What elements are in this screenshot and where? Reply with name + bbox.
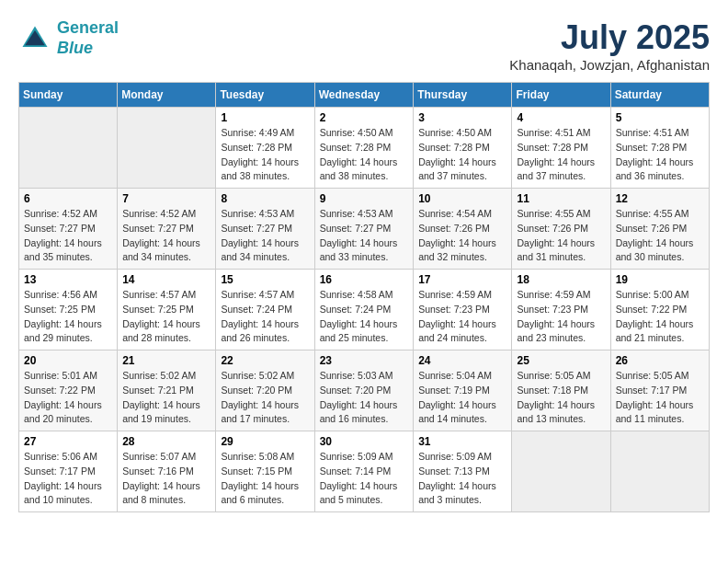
day-info: Sunrise: 4:49 AMSunset: 7:28 PMDaylight:… [221, 126, 309, 184]
calendar-header-row: Sunday Monday Tuesday Wednesday Thursday… [19, 83, 710, 108]
logo-line1: General [57, 18, 119, 37]
day-info: Sunrise: 4:58 AMSunset: 7:24 PMDaylight:… [320, 288, 409, 346]
col-monday: Monday [118, 83, 216, 108]
col-wednesday: Wednesday [314, 83, 414, 108]
table-row: 21Sunrise: 5:02 AMSunset: 7:21 PMDayligh… [118, 350, 216, 431]
day-number: 14 [122, 273, 210, 286]
table-row: 1Sunrise: 4:49 AMSunset: 7:28 PMDaylight… [216, 108, 314, 189]
day-number: 6 [24, 192, 112, 205]
table-row: 15Sunrise: 4:57 AMSunset: 7:24 PMDayligh… [216, 270, 314, 350]
day-info: Sunrise: 5:03 AMSunset: 7:20 PMDaylight:… [320, 369, 409, 427]
day-number: 23 [320, 354, 409, 367]
day-number: 15 [221, 273, 309, 286]
title-block: July 2025 Khanaqah, Jowzjan, Afghanistan [509, 18, 710, 73]
day-number: 24 [418, 354, 506, 367]
table-row: 16Sunrise: 4:58 AMSunset: 7:24 PMDayligh… [314, 270, 414, 350]
day-info: Sunrise: 5:01 AMSunset: 7:22 PMDaylight:… [24, 369, 112, 427]
day-number: 27 [24, 435, 112, 448]
day-number: 30 [320, 435, 409, 448]
day-number: 11 [517, 192, 605, 205]
table-row: 11Sunrise: 4:55 AMSunset: 7:26 PMDayligh… [512, 189, 610, 270]
col-thursday: Thursday [414, 83, 512, 108]
day-info: Sunrise: 5:09 AMSunset: 7:14 PMDaylight:… [320, 450, 409, 508]
month-title: July 2025 [509, 18, 710, 57]
day-info: Sunrise: 4:53 AMSunset: 7:27 PMDaylight:… [221, 207, 309, 265]
table-row: 4Sunrise: 4:51 AMSunset: 7:28 PMDaylight… [512, 108, 610, 189]
calendar-week-row: 1Sunrise: 4:49 AMSunset: 7:28 PMDaylight… [19, 108, 710, 189]
day-number: 13 [24, 273, 112, 286]
day-number: 10 [418, 192, 506, 205]
table-row: 18Sunrise: 4:59 AMSunset: 7:23 PMDayligh… [512, 270, 610, 350]
day-info: Sunrise: 4:57 AMSunset: 7:24 PMDaylight:… [221, 288, 309, 346]
day-info: Sunrise: 5:02 AMSunset: 7:20 PMDaylight:… [221, 369, 309, 427]
table-row: 19Sunrise: 5:00 AMSunset: 7:22 PMDayligh… [610, 270, 709, 350]
day-info: Sunrise: 5:00 AMSunset: 7:22 PMDaylight:… [616, 288, 704, 346]
day-info: Sunrise: 5:09 AMSunset: 7:13 PMDaylight:… [418, 450, 506, 508]
col-friday: Friday [512, 83, 610, 108]
table-row: 6Sunrise: 4:52 AMSunset: 7:27 PMDaylight… [19, 189, 118, 270]
day-number: 18 [517, 273, 605, 286]
day-number: 26 [616, 354, 704, 367]
day-number: 28 [122, 435, 210, 448]
day-info: Sunrise: 4:52 AMSunset: 7:27 PMDaylight:… [122, 207, 210, 265]
calendar-week-row: 27Sunrise: 5:06 AMSunset: 7:17 PMDayligh… [19, 431, 710, 512]
table-row: 20Sunrise: 5:01 AMSunset: 7:22 PMDayligh… [19, 350, 118, 431]
day-info: Sunrise: 4:56 AMSunset: 7:25 PMDaylight:… [24, 288, 112, 346]
day-number: 20 [24, 354, 112, 367]
day-info: Sunrise: 4:55 AMSunset: 7:26 PMDaylight:… [517, 207, 605, 265]
day-number: 8 [221, 192, 309, 205]
table-row: 31Sunrise: 5:09 AMSunset: 7:13 PMDayligh… [414, 431, 512, 512]
calendar-week-row: 20Sunrise: 5:01 AMSunset: 7:22 PMDayligh… [19, 350, 710, 431]
table-row: 24Sunrise: 5:04 AMSunset: 7:19 PMDayligh… [414, 350, 512, 431]
day-info: Sunrise: 5:02 AMSunset: 7:21 PMDaylight:… [122, 369, 210, 427]
col-saturday: Saturday [610, 83, 709, 108]
calendar-week-row: 6Sunrise: 4:52 AMSunset: 7:27 PMDaylight… [19, 189, 710, 270]
day-info: Sunrise: 4:55 AMSunset: 7:26 PMDaylight:… [616, 207, 704, 265]
day-info: Sunrise: 4:59 AMSunset: 7:23 PMDaylight:… [517, 288, 605, 346]
day-number: 9 [320, 192, 409, 205]
day-info: Sunrise: 5:04 AMSunset: 7:19 PMDaylight:… [418, 369, 506, 427]
table-row: 22Sunrise: 5:02 AMSunset: 7:20 PMDayligh… [216, 350, 314, 431]
calendar: Sunday Monday Tuesday Wednesday Thursday… [18, 82, 710, 512]
day-number: 31 [418, 435, 506, 448]
day-number: 1 [221, 111, 309, 124]
day-info: Sunrise: 4:57 AMSunset: 7:25 PMDaylight:… [122, 288, 210, 346]
day-number: 16 [320, 273, 409, 286]
location-subtitle: Khanaqah, Jowzjan, Afghanistan [509, 57, 710, 73]
day-number: 7 [122, 192, 210, 205]
logo-line2: Blue [57, 39, 93, 57]
table-row: 2Sunrise: 4:50 AMSunset: 7:28 PMDaylight… [314, 108, 414, 189]
table-row [19, 108, 118, 189]
day-number: 29 [221, 435, 309, 448]
table-row: 10Sunrise: 4:54 AMSunset: 7:26 PMDayligh… [414, 189, 512, 270]
table-row [118, 108, 216, 189]
table-row: 5Sunrise: 4:51 AMSunset: 7:28 PMDaylight… [610, 108, 709, 189]
logo-text: General Blue [57, 18, 119, 58]
col-tuesday: Tuesday [216, 83, 314, 108]
day-number: 4 [517, 111, 605, 124]
logo: General Blue [18, 18, 119, 58]
table-row: 17Sunrise: 4:59 AMSunset: 7:23 PMDayligh… [414, 270, 512, 350]
day-info: Sunrise: 4:51 AMSunset: 7:28 PMDaylight:… [616, 126, 704, 184]
table-row [512, 431, 610, 512]
table-row: 29Sunrise: 5:08 AMSunset: 7:15 PMDayligh… [216, 431, 314, 512]
day-info: Sunrise: 4:51 AMSunset: 7:28 PMDaylight:… [517, 126, 605, 184]
day-info: Sunrise: 4:50 AMSunset: 7:28 PMDaylight:… [418, 126, 506, 184]
day-info: Sunrise: 4:50 AMSunset: 7:28 PMDaylight:… [320, 126, 409, 184]
day-info: Sunrise: 4:54 AMSunset: 7:26 PMDaylight:… [418, 207, 506, 265]
day-number: 22 [221, 354, 309, 367]
table-row: 9Sunrise: 4:53 AMSunset: 7:27 PMDaylight… [314, 189, 414, 270]
day-number: 12 [616, 192, 704, 205]
header: General Blue July 2025 Khanaqah, Jowzjan… [18, 18, 710, 73]
day-number: 19 [616, 273, 704, 286]
day-number: 25 [517, 354, 605, 367]
day-info: Sunrise: 5:07 AMSunset: 7:16 PMDaylight:… [122, 450, 210, 508]
day-info: Sunrise: 5:05 AMSunset: 7:17 PMDaylight:… [616, 369, 704, 427]
table-row: 25Sunrise: 5:05 AMSunset: 7:18 PMDayligh… [512, 350, 610, 431]
table-row: 7Sunrise: 4:52 AMSunset: 7:27 PMDaylight… [118, 189, 216, 270]
table-row: 3Sunrise: 4:50 AMSunset: 7:28 PMDaylight… [414, 108, 512, 189]
day-info: Sunrise: 5:06 AMSunset: 7:17 PMDaylight:… [24, 450, 112, 508]
col-sunday: Sunday [19, 83, 118, 108]
table-row: 14Sunrise: 4:57 AMSunset: 7:25 PMDayligh… [118, 270, 216, 350]
day-info: Sunrise: 5:08 AMSunset: 7:15 PMDaylight:… [221, 450, 309, 508]
